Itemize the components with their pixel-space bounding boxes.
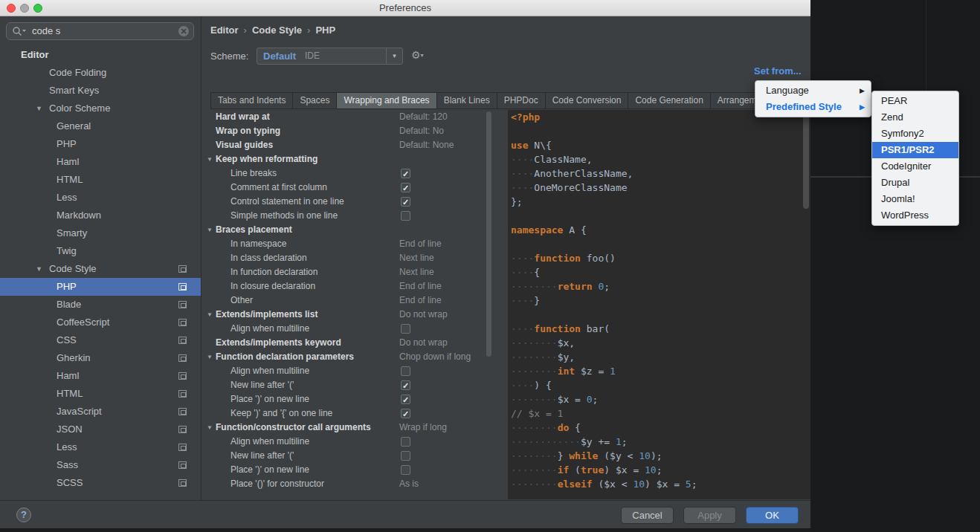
sidebar-item-scss[interactable]: SCSS (0, 474, 201, 492)
sidebar-item-code-style[interactable]: ▼Code Style (0, 260, 201, 278)
code-token: }; (511, 196, 523, 207)
breadcrumb-item-editor[interactable]: Editor (210, 25, 239, 36)
setting-value[interactable]: Next line (399, 265, 434, 279)
sidebar-item-haml[interactable]: Haml (0, 367, 201, 385)
setting-value[interactable]: End of line (399, 293, 442, 308)
settings-badge-icon (178, 408, 187, 415)
sidebar-item-javascript[interactable]: JavaScript (0, 403, 201, 421)
chevron-down-icon[interactable]: ▼ (386, 48, 402, 64)
sidebar-item-css[interactable]: CSS (0, 331, 201, 349)
setting-value[interactable]: Default: No (399, 124, 444, 138)
sidebar-item-haml[interactable]: Haml (0, 153, 201, 171)
setting-label: Align when multiline (231, 435, 309, 449)
code-scrollbar-thumb[interactable] (803, 116, 809, 209)
search-input[interactable]: code s ✕ (6, 22, 194, 40)
collapse-arrow-icon[interactable]: ▼ (207, 308, 213, 322)
checkbox[interactable] (401, 169, 410, 178)
sidebar-item-smarty[interactable]: Smarty (0, 224, 201, 242)
set-from-link[interactable]: Set from... (754, 65, 802, 77)
code-scrollbar[interactable] (802, 111, 810, 498)
sidebar-item-json[interactable]: JSON (0, 421, 201, 438)
style-item-symfony2[interactable]: Symfony2 (872, 126, 958, 142)
style-item-drupal[interactable]: Drupal (872, 175, 958, 191)
breadcrumb-item-php[interactable]: PHP (315, 25, 335, 36)
checkbox[interactable] (401, 465, 410, 475)
apply-button[interactable]: Apply (683, 507, 736, 524)
tab-spaces[interactable]: Spaces (292, 92, 337, 109)
style-item-psr1-psr2[interactable]: PSR1/PSR2 (872, 142, 958, 158)
setting-value[interactable]: Do not wrap (399, 308, 448, 322)
sidebar-item-label: PHP (57, 278, 77, 296)
sidebar-item-php[interactable]: PHP (0, 278, 201, 296)
sidebar-item-less[interactable]: Less (0, 189, 201, 207)
sidebar-item-color-scheme[interactable]: ▼Color Scheme (0, 100, 201, 117)
sidebar-item-less[interactable]: Less (0, 438, 201, 456)
code-token: if (558, 464, 570, 476)
expand-arrow-icon[interactable]: ▼ (36, 260, 42, 278)
menu-item-language[interactable]: Language▶ (755, 82, 871, 99)
ok-button[interactable]: OK (746, 507, 799, 524)
collapse-arrow-icon[interactable]: ▼ (207, 223, 213, 237)
checkbox[interactable] (401, 324, 410, 334)
checkbox[interactable] (401, 395, 410, 404)
checkbox[interactable] (401, 437, 410, 447)
tab-wrapping-and-braces[interactable]: Wrapping and Braces (336, 92, 436, 109)
tab-tabs-and-indents[interactable]: Tabs and Indents (210, 92, 293, 109)
scheme-select[interactable]: Default IDE ▼ (257, 48, 403, 65)
style-item-pear[interactable]: PEAR (872, 93, 958, 109)
sidebar-item-markdown[interactable]: Markdown (0, 207, 201, 224)
sidebar-item-editor[interactable]: Editor (0, 46, 201, 64)
checkbox[interactable] (401, 409, 410, 418)
setting-value[interactable]: Wrap if long (399, 421, 447, 435)
code-token: ········ (511, 394, 558, 405)
tab-code-generation[interactable]: Code Generation (628, 92, 710, 109)
style-item-codeigniter[interactable]: CodeIgniter (872, 158, 958, 175)
setting-row: Comment at first column (202, 181, 493, 195)
checkbox[interactable] (401, 451, 410, 461)
checkbox[interactable] (401, 380, 410, 390)
cancel-button[interactable]: Cancel (621, 507, 674, 524)
style-item-zend[interactable]: Zend (872, 109, 958, 126)
tab-blank-lines[interactable]: Blank Lines (436, 92, 497, 109)
setting-value[interactable]: Next line (399, 251, 434, 265)
setting-value[interactable]: End of line (399, 279, 442, 293)
setting-value[interactable]: Chop down if long (399, 350, 471, 364)
menu-item-predefined-style[interactable]: Predefined Style▶ (755, 99, 871, 115)
sidebar-item-sass[interactable]: Sass (0, 456, 201, 474)
sidebar-item-gherkin[interactable]: Gherkin (0, 349, 201, 367)
tab-code-conversion[interactable]: Code Conversion (545, 92, 629, 109)
sidebar-item-php[interactable]: PHP (0, 135, 201, 153)
checkbox[interactable] (401, 197, 410, 207)
help-button[interactable]: ? (16, 507, 31, 522)
collapse-arrow-icon[interactable]: ▼ (207, 421, 213, 435)
sidebar-item-code-folding[interactable]: Code Folding (0, 64, 201, 82)
setting-value[interactable]: As is (399, 477, 419, 491)
sidebar-item-twig[interactable]: Twig (0, 242, 201, 260)
gear-icon[interactable]: ⚙▾ (411, 49, 424, 61)
collapse-arrow-icon[interactable]: ▼ (207, 152, 213, 166)
setting-value[interactable]: Do not wrap (399, 336, 448, 350)
code-token: ········ (511, 422, 558, 433)
sidebar-item-general[interactable]: General (0, 117, 201, 135)
settings-badge-icon (178, 337, 187, 344)
breadcrumb-item-code-style[interactable]: Code Style (252, 25, 302, 36)
sidebar-item-html[interactable]: HTML (0, 385, 201, 403)
checkbox[interactable] (401, 211, 410, 221)
setting-value[interactable]: Default: None (399, 138, 454, 152)
style-item-joomla[interactable]: Joomla! (872, 191, 958, 207)
checkbox[interactable] (401, 366, 410, 376)
collapse-arrow-icon[interactable]: ▼ (207, 350, 213, 364)
checkbox[interactable] (401, 183, 410, 192)
setting-label: Visual guides (216, 138, 273, 152)
clear-search-icon[interactable]: ✕ (178, 26, 189, 36)
sidebar-item-blade[interactable]: Blade (0, 296, 201, 314)
setting-value[interactable]: End of line (399, 237, 442, 251)
expand-arrow-icon[interactable]: ▼ (36, 100, 42, 117)
tab-phpdoc[interactable]: PHPDoc (497, 92, 546, 109)
sidebar-item-label: Less (57, 189, 77, 207)
sidebar-item-html[interactable]: HTML (0, 171, 201, 189)
sidebar-item-smart-keys[interactable]: Smart Keys (0, 82, 201, 100)
style-item-wordpress[interactable]: WordPress (872, 207, 958, 224)
setting-value[interactable]: Default: 120 (399, 110, 448, 124)
sidebar-item-coffeescript[interactable]: CoffeeScript (0, 314, 201, 331)
